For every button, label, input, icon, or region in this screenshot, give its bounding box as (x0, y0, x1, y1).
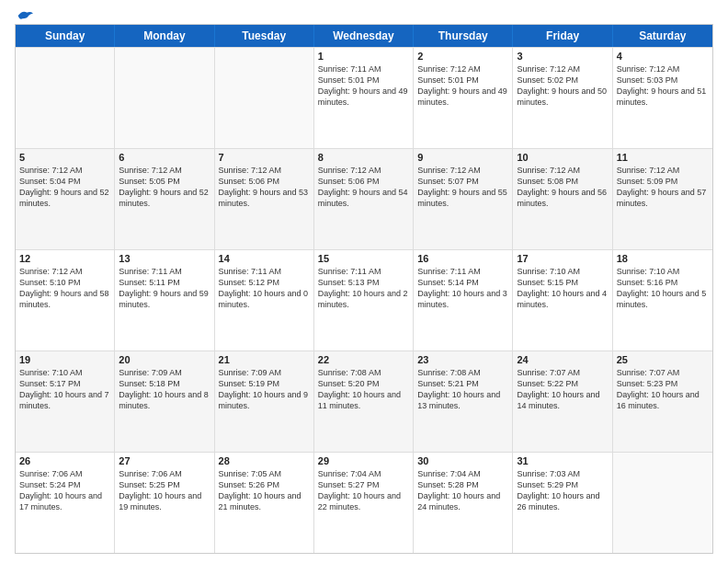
day-number: 18 (617, 253, 709, 264)
cal-cell-row3-col2: 13Sunrise: 7:11 AM Sunset: 5:11 PM Dayli… (115, 250, 214, 350)
weekday-header-wednesday: Wednesday (314, 25, 414, 47)
day-info: Sunrise: 7:10 AM Sunset: 5:17 PM Dayligh… (19, 367, 110, 412)
day-number: 27 (119, 455, 210, 466)
day-info: Sunrise: 7:11 AM Sunset: 5:11 PM Dayligh… (119, 266, 210, 311)
cal-cell-row1-col4: 1Sunrise: 7:11 AM Sunset: 5:01 PM Daylig… (314, 48, 414, 148)
cal-cell-row2-col2: 6Sunrise: 7:12 AM Sunset: 5:05 PM Daylig… (115, 149, 214, 249)
logo (15, 9, 33, 18)
cal-cell-row5-col6: 31Sunrise: 7:03 AM Sunset: 5:29 PM Dayli… (513, 453, 612, 553)
day-info: Sunrise: 7:09 AM Sunset: 5:18 PM Dayligh… (119, 367, 210, 412)
cal-cell-row3-col6: 17Sunrise: 7:10 AM Sunset: 5:15 PM Dayli… (513, 250, 612, 350)
day-info: Sunrise: 7:12 AM Sunset: 5:06 PM Dayligh… (219, 165, 310, 210)
day-number: 15 (318, 253, 409, 264)
cal-cell-row4-col6: 24Sunrise: 7:07 AM Sunset: 5:22 PM Dayli… (513, 351, 612, 452)
calendar-body: 1Sunrise: 7:11 AM Sunset: 5:01 PM Daylig… (16, 47, 712, 553)
cal-cell-row5-col4: 29Sunrise: 7:04 AM Sunset: 5:27 PM Dayli… (314, 453, 414, 553)
day-number: 29 (318, 455, 409, 466)
day-number: 3 (517, 51, 608, 62)
cal-cell-row4-col3: 21Sunrise: 7:09 AM Sunset: 5:19 PM Dayli… (215, 351, 314, 452)
day-number: 12 (19, 253, 110, 264)
cal-cell-row1-col2 (115, 48, 214, 148)
day-info: Sunrise: 7:11 AM Sunset: 5:12 PM Dayligh… (219, 266, 310, 311)
cal-cell-row4-col1: 19Sunrise: 7:10 AM Sunset: 5:17 PM Dayli… (16, 351, 115, 452)
day-info: Sunrise: 7:12 AM Sunset: 5:03 PM Dayligh… (617, 63, 709, 109)
day-number: 1 (318, 51, 409, 62)
day-number: 9 (417, 152, 508, 163)
cal-cell-row4-col4: 22Sunrise: 7:08 AM Sunset: 5:20 PM Dayli… (314, 351, 414, 452)
day-info: Sunrise: 7:11 AM Sunset: 5:14 PM Dayligh… (417, 266, 508, 311)
calendar-page: SundayMondayTuesdayWednesdayThursdayFrid… (0, 0, 728, 563)
calendar-row-4: 19Sunrise: 7:10 AM Sunset: 5:17 PM Dayli… (16, 350, 712, 452)
calendar-row-2: 5Sunrise: 7:12 AM Sunset: 5:04 PM Daylig… (16, 148, 712, 249)
cal-cell-row3-col1: 12Sunrise: 7:12 AM Sunset: 5:10 PM Dayli… (16, 250, 115, 350)
day-number: 25 (617, 354, 709, 365)
day-number: 11 (617, 152, 709, 163)
day-info: Sunrise: 7:12 AM Sunset: 5:08 PM Dayligh… (517, 165, 608, 210)
cal-cell-row4-col2: 20Sunrise: 7:09 AM Sunset: 5:18 PM Dayli… (115, 351, 214, 452)
weekday-header-tuesday: Tuesday (215, 25, 314, 47)
cal-cell-row5-col3: 28Sunrise: 7:05 AM Sunset: 5:26 PM Dayli… (215, 453, 314, 553)
cal-cell-row1-col1 (16, 48, 115, 148)
day-number: 13 (119, 253, 210, 264)
day-info: Sunrise: 7:10 AM Sunset: 5:16 PM Dayligh… (617, 266, 709, 311)
cal-cell-row3-col7: 18Sunrise: 7:10 AM Sunset: 5:16 PM Dayli… (613, 250, 712, 350)
day-number: 23 (417, 354, 508, 365)
day-number: 16 (417, 253, 508, 264)
cal-cell-row4-col5: 23Sunrise: 7:08 AM Sunset: 5:21 PM Dayli… (414, 351, 513, 452)
day-info: Sunrise: 7:06 AM Sunset: 5:25 PM Dayligh… (119, 468, 210, 513)
day-info: Sunrise: 7:12 AM Sunset: 5:01 PM Dayligh… (417, 63, 508, 109)
weekday-header-saturday: Saturday (613, 25, 712, 47)
cal-cell-row2-col4: 8Sunrise: 7:12 AM Sunset: 5:06 PM Daylig… (314, 149, 414, 249)
day-info: Sunrise: 7:11 AM Sunset: 5:13 PM Dayligh… (318, 266, 409, 311)
calendar-row-1: 1Sunrise: 7:11 AM Sunset: 5:01 PM Daylig… (16, 47, 712, 148)
day-info: Sunrise: 7:08 AM Sunset: 5:21 PM Dayligh… (417, 367, 508, 412)
cal-cell-row2-col3: 7Sunrise: 7:12 AM Sunset: 5:06 PM Daylig… (215, 149, 314, 249)
cal-cell-row1-col3 (215, 48, 314, 148)
cal-cell-row1-col6: 3Sunrise: 7:12 AM Sunset: 5:02 PM Daylig… (513, 48, 612, 148)
day-info: Sunrise: 7:12 AM Sunset: 5:02 PM Dayligh… (517, 63, 608, 109)
calendar: SundayMondayTuesdayWednesdayThursdayFrid… (15, 24, 713, 554)
cal-cell-row2-col6: 10Sunrise: 7:12 AM Sunset: 5:08 PM Dayli… (513, 149, 612, 249)
day-number: 14 (219, 253, 310, 264)
cal-cell-row5-col1: 26Sunrise: 7:06 AM Sunset: 5:24 PM Dayli… (16, 453, 115, 553)
day-info: Sunrise: 7:12 AM Sunset: 5:09 PM Dayligh… (617, 165, 709, 210)
day-number: 7 (219, 152, 310, 163)
day-info: Sunrise: 7:12 AM Sunset: 5:10 PM Dayligh… (19, 266, 110, 311)
calendar-row-5: 26Sunrise: 7:06 AM Sunset: 5:24 PM Dayli… (16, 452, 712, 553)
day-info: Sunrise: 7:05 AM Sunset: 5:26 PM Dayligh… (219, 468, 310, 513)
cal-cell-row5-col2: 27Sunrise: 7:06 AM Sunset: 5:25 PM Dayli… (115, 453, 214, 553)
cal-cell-row3-col3: 14Sunrise: 7:11 AM Sunset: 5:12 PM Dayli… (215, 250, 314, 350)
day-number: 17 (517, 253, 608, 264)
day-number: 28 (219, 455, 310, 466)
day-info: Sunrise: 7:12 AM Sunset: 5:04 PM Dayligh… (19, 165, 110, 210)
weekday-header-sunday: Sunday (16, 25, 115, 47)
cal-cell-row2-col1: 5Sunrise: 7:12 AM Sunset: 5:04 PM Daylig… (16, 149, 115, 249)
weekday-header-monday: Monday (115, 25, 214, 47)
day-info: Sunrise: 7:03 AM Sunset: 5:29 PM Dayligh… (517, 468, 608, 513)
logo-bird-icon (17, 9, 33, 22)
day-number: 30 (417, 455, 508, 466)
day-info: Sunrise: 7:12 AM Sunset: 5:07 PM Dayligh… (417, 165, 508, 210)
day-info: Sunrise: 7:07 AM Sunset: 5:23 PM Dayligh… (617, 367, 709, 412)
day-number: 21 (219, 354, 310, 365)
day-number: 19 (19, 354, 110, 365)
day-info: Sunrise: 7:04 AM Sunset: 5:28 PM Dayligh… (417, 468, 508, 513)
cal-cell-row1-col7: 4Sunrise: 7:12 AM Sunset: 5:03 PM Daylig… (613, 48, 712, 148)
day-info: Sunrise: 7:12 AM Sunset: 5:05 PM Dayligh… (119, 165, 210, 210)
cal-cell-row5-col5: 30Sunrise: 7:04 AM Sunset: 5:28 PM Dayli… (414, 453, 513, 553)
cal-cell-row5-col7 (613, 453, 712, 553)
day-number: 10 (517, 152, 608, 163)
day-number: 24 (517, 354, 608, 365)
cal-cell-row3-col5: 16Sunrise: 7:11 AM Sunset: 5:14 PM Dayli… (414, 250, 513, 350)
day-info: Sunrise: 7:11 AM Sunset: 5:01 PM Dayligh… (318, 63, 409, 109)
day-number: 8 (318, 152, 409, 163)
weekday-header-friday: Friday (513, 25, 612, 47)
header (15, 9, 713, 18)
weekday-header-thursday: Thursday (414, 25, 513, 47)
calendar-header-row: SundayMondayTuesdayWednesdayThursdayFrid… (16, 25, 712, 47)
day-number: 22 (318, 354, 409, 365)
day-number: 31 (517, 455, 608, 466)
cal-cell-row4-col7: 25Sunrise: 7:07 AM Sunset: 5:23 PM Dayli… (613, 351, 712, 452)
day-info: Sunrise: 7:08 AM Sunset: 5:20 PM Dayligh… (318, 367, 409, 412)
day-info: Sunrise: 7:10 AM Sunset: 5:15 PM Dayligh… (517, 266, 608, 311)
